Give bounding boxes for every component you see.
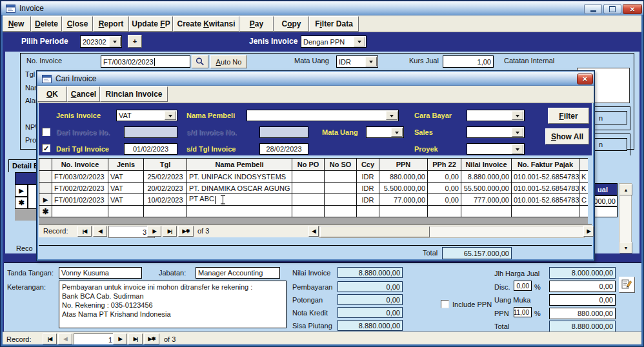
grid-cell[interactable] [292, 206, 325, 217]
grid-cell[interactable]: IDR [357, 171, 379, 183]
grid-column-header[interactable]: Nilai Invoice [461, 159, 512, 171]
tanda-tangan-input[interactable]: Vonny Kusuma [59, 267, 142, 279]
grid-cell[interactable]: K [579, 171, 589, 183]
filter-cara-bayar-select[interactable] [467, 110, 525, 121]
grid-cell[interactable]: 10/02/2023 [144, 194, 187, 206]
grid-column-header[interactable]: Ccy [357, 159, 379, 171]
grid-cell[interactable]: FT/002/02/2023 [52, 183, 108, 194]
title-bar[interactable]: Invoice ✕ [1, 1, 644, 15]
pay-button[interactable]: Pay [239, 16, 274, 32]
periode-select[interactable]: 202302 [80, 35, 122, 48]
grid-cell[interactable]: 010.001-52.68547833 [512, 171, 579, 183]
record-first-button[interactable]: |◀ [77, 226, 92, 237]
grid-cell[interactable] [144, 206, 187, 217]
chevron-down-icon[interactable] [365, 57, 377, 66]
grid-column-header[interactable]: No PO [292, 159, 325, 171]
row-selector[interactable] [39, 183, 52, 194]
grid-cell[interactable]: 20/02/2023 [144, 183, 187, 194]
record-prev-button[interactable]: ◀ [93, 226, 107, 237]
row-selector[interactable] [39, 171, 52, 183]
scrollbar-thumb[interactable] [320, 226, 430, 237]
scroll-down-button[interactable]: ▼ [619, 242, 632, 253]
chevron-down-icon[interactable] [391, 128, 403, 137]
maximize-button[interactable] [603, 4, 621, 14]
delete-button[interactable]: Delete [31, 16, 62, 32]
filter-mata-uang-select[interactable] [366, 126, 404, 138]
grid-column-header[interactable]: No. Faktur Pajak [512, 159, 579, 171]
show-all-button[interactable]: Show All [545, 128, 589, 144]
dari-invoice-no-checkbox[interactable] [42, 128, 50, 136]
grid-cell[interactable]: K [579, 183, 589, 194]
grid-cell[interactable] [292, 171, 325, 183]
grid-cell[interactable]: 8.880.000,00 [461, 171, 512, 183]
detail-new-row-selector[interactable]: ✱ [15, 197, 28, 209]
chevron-down-icon[interactable] [512, 144, 523, 154]
grid-cell[interactable]: VAT [108, 194, 144, 206]
grid-cell[interactable] [292, 194, 325, 206]
record-last-button[interactable]: ▶| [163, 226, 177, 237]
ok-button[interactable]: OK [37, 86, 67, 102]
grid-cell[interactable] [108, 206, 144, 217]
record-prev-button[interactable]: ◀ [58, 333, 72, 344]
record-new-button[interactable]: ▶✱ [144, 333, 159, 344]
grid-cell[interactable] [579, 206, 589, 217]
record-next-button[interactable]: ▶ [113, 333, 127, 344]
chevron-down-icon[interactable] [386, 111, 397, 120]
grid-column-header[interactable]: PPh 22 [428, 159, 461, 171]
grid-column-header[interactable]: No SO [325, 159, 357, 171]
jenis-invoice-select[interactable]: Dengan PPN [301, 35, 367, 48]
filter-sales-select[interactable] [467, 126, 525, 138]
grid-cell[interactable]: 010.001-52.68547831 [512, 194, 579, 206]
grid-column-header[interactable]: PPN [379, 159, 428, 171]
filter-jenis-invoice-select[interactable]: VAT [116, 110, 177, 121]
minimize-button[interactable] [584, 4, 602, 14]
create-kwitansi-button[interactable]: Create Kwitansi [173, 16, 239, 32]
filter-nama-pembeli-select[interactable] [247, 110, 399, 121]
grid-cell[interactable]: IDR [357, 194, 379, 206]
grid-cell[interactable]: VAT [108, 183, 144, 194]
detail-row-selector[interactable]: ▶ [15, 184, 28, 197]
close-button[interactable]: ✕ [623, 4, 642, 14]
grid-column-header[interactable]: No. Invoice [52, 159, 108, 171]
grid-cell[interactable] [325, 194, 357, 206]
rincian-invoice-button[interactable]: Rincian Invoice [100, 86, 168, 102]
dari-tgl-invoice-checkbox[interactable]: ✓ [42, 144, 50, 152]
grid-selector-header[interactable] [39, 159, 52, 171]
grid-cell[interactable]: 0,00 [428, 171, 461, 183]
new-button[interactable]: New [1, 16, 31, 32]
grid-cell[interactable]: 0,00 [428, 194, 461, 206]
grid-cell[interactable]: PT. UNIPACK INDOSYSTEMS [187, 171, 292, 183]
cancel-button[interactable]: Cancel [67, 86, 100, 102]
filter-data-button[interactable]: Filter Data [309, 16, 359, 32]
grid-cell[interactable]: 0,00 [428, 183, 461, 194]
edit-keterangan-button[interactable] [619, 277, 635, 293]
grid-cell[interactable] [379, 206, 428, 217]
partial-field-1[interactable]: n [594, 111, 627, 124]
grid-column-header[interactable]: Nama Pembeli [187, 159, 292, 171]
keterangan-textarea[interactable]: Pembayaran untuk invoice ini mohon ditra… [59, 281, 287, 328]
new-record-marker[interactable]: ✱ [39, 206, 52, 217]
add-periode-button[interactable]: + [128, 35, 142, 48]
grid-cell[interactable] [357, 206, 379, 217]
partial-field-2[interactable]: n [594, 138, 627, 151]
record-first-button[interactable]: |◀ [43, 333, 57, 344]
filter-proyek-select[interactable] [467, 143, 525, 155]
record-new-button[interactable]: ▶✱ [178, 226, 194, 237]
kurs-jual-input[interactable]: 1,00 [443, 55, 494, 68]
grid-cell[interactable]: 880.000,00 [379, 171, 428, 183]
grid-column-header[interactable]: Tgl [144, 159, 187, 171]
filter-button[interactable]: Filter [548, 108, 589, 124]
grid-column-header[interactable]: Jenis [108, 159, 144, 171]
scroll-up-button[interactable]: ▲ [619, 184, 632, 195]
chevron-down-icon[interactable] [512, 111, 523, 120]
grid-cell[interactable] [187, 206, 292, 217]
grid-cell[interactable] [325, 183, 357, 194]
horizontal-scrollbar[interactable] [319, 226, 585, 238]
grid-cell[interactable]: 5.500.000,00 [379, 183, 428, 194]
grid-cell[interactable]: 77.000,00 [379, 194, 428, 206]
no-invoice-input[interactable]: FT/003/02/2023 [101, 55, 190, 68]
grid-cell[interactable] [325, 171, 357, 183]
grid-cell[interactable]: IDR [357, 183, 379, 194]
grid-cell[interactable]: C [579, 194, 589, 206]
disc-pct-input[interactable]: 0,00 [514, 281, 532, 291]
